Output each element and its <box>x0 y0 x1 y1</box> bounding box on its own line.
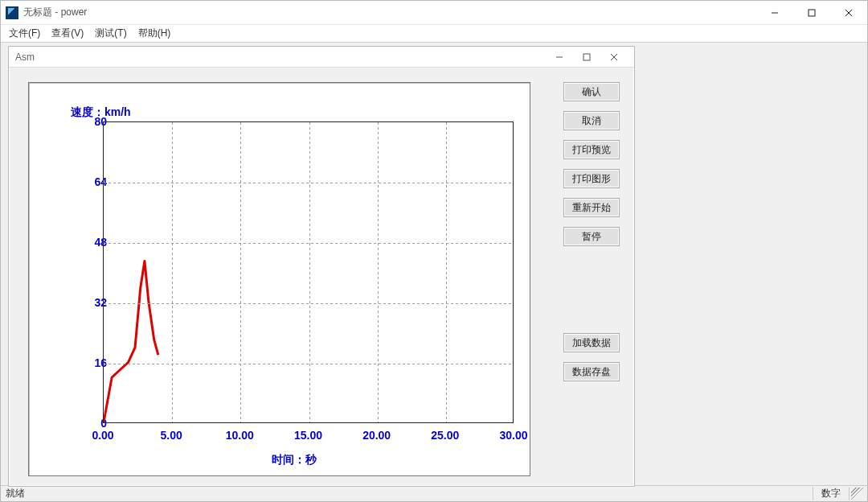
resize-grip[interactable] <box>849 488 867 500</box>
close-button[interactable] <box>830 1 867 25</box>
xtick-label: 25.00 <box>428 429 462 442</box>
menubar: 文件(F) 查看(V) 测试(T) 帮助(H) <box>1 25 867 43</box>
grid-line-v <box>309 122 310 422</box>
main-titlebar: 无标题 - power <box>1 1 867 25</box>
asm-maximize-button[interactable] <box>573 48 600 66</box>
statusbar: 就绪 数字 <box>1 485 867 501</box>
mdi-client: Asm 速度：km/h 时间：秒 01632486480 0.005.0010.… <box>1 43 867 485</box>
xtick-label: 15.00 <box>292 429 326 442</box>
load-data-button[interactable]: 加载数据 <box>563 333 620 352</box>
grid-line-h <box>104 364 513 364</box>
print-graph-button[interactable]: 打印图形 <box>563 169 620 188</box>
plot-area <box>103 121 514 423</box>
asm-window: Asm 速度：km/h 时间：秒 01632486480 0.005.0010.… <box>8 46 635 487</box>
grid-line-v <box>240 122 241 422</box>
ytick-label: 32 <box>75 296 107 309</box>
menu-test[interactable]: 测试(T) <box>95 27 126 40</box>
menu-help[interactable]: 帮助(H) <box>138 27 171 40</box>
xtick-label: 0.00 <box>86 429 120 442</box>
ytick-label: 16 <box>75 356 107 369</box>
chart-line <box>104 122 513 422</box>
asm-close-button[interactable] <box>600 48 628 66</box>
xtick-label: 20.00 <box>360 429 394 442</box>
cancel-button[interactable]: 取消 <box>563 111 620 130</box>
asm-title: Asm <box>15 51 35 63</box>
ytick-label: 64 <box>75 175 107 188</box>
save-data-button[interactable]: 数据存盘 <box>563 362 620 381</box>
ytick-label: 48 <box>75 236 107 249</box>
asm-minimize-button[interactable] <box>546 48 573 66</box>
restart-button[interactable]: 重新开始 <box>563 198 620 217</box>
window-title: 无标题 - power <box>23 6 87 19</box>
app-icon <box>6 6 18 19</box>
status-numlock: 数字 <box>813 487 849 500</box>
xtick-label: 30.00 <box>497 429 530 442</box>
grid-line-v <box>446 122 447 422</box>
button-column: 确认 取消 打印预览 打印图形 重新开始 暂停 加载数据 数据存盘 <box>563 82 620 381</box>
ytick-label: 0 <box>75 417 107 430</box>
button-spacer <box>563 256 620 323</box>
asm-titlebar: Asm <box>9 47 634 68</box>
svg-rect-1 <box>809 10 815 16</box>
grid-line-h <box>104 243 513 244</box>
menu-view[interactable]: 查看(V) <box>51 27 84 40</box>
chart-xlabel: 时间：秒 <box>272 453 317 467</box>
ytick-label: 80 <box>75 115 107 128</box>
grip-icon <box>851 488 864 500</box>
menu-file[interactable]: 文件(F) <box>9 27 40 40</box>
grid-line-v <box>378 122 379 422</box>
svg-rect-5 <box>583 54 590 60</box>
chart-frame: 速度：km/h 时间：秒 01632486480 0.005.0010.0015… <box>28 82 530 476</box>
grid-line-h <box>104 183 513 183</box>
series-speed <box>104 261 158 422</box>
grid-line-v <box>172 122 173 422</box>
window-controls <box>756 1 867 25</box>
asm-body: 速度：km/h 时间：秒 01632486480 0.005.0010.0015… <box>9 68 634 486</box>
pause-button[interactable]: 暂停 <box>563 227 620 246</box>
xtick-label: 10.00 <box>223 429 256 442</box>
xtick-label: 5.00 <box>154 429 188 442</box>
grid-line-h <box>104 303 513 304</box>
print-preview-button[interactable]: 打印预览 <box>563 140 620 159</box>
minimize-button[interactable] <box>756 1 793 25</box>
status-ready: 就绪 <box>1 487 30 500</box>
maximize-button[interactable] <box>793 1 830 25</box>
ok-button[interactable]: 确认 <box>563 82 620 101</box>
main-window: 无标题 - power 文件(F) 查看(V) 测试(T) 帮助(H) Asm <box>0 0 868 502</box>
